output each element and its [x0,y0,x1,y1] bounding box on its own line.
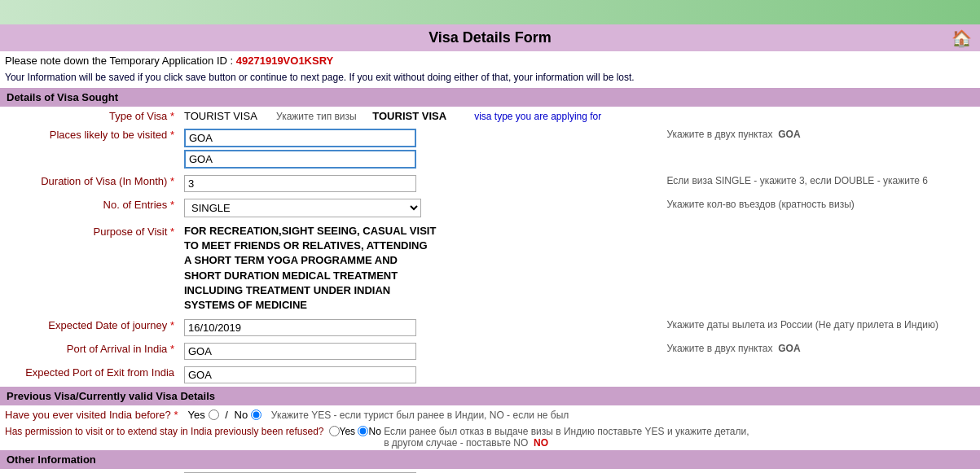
previous-visa-table: Have you ever visited India before? * Ye… [0,405,980,424]
info-bar: Your Information will be saved if you cl… [0,70,980,88]
expected-date-input[interactable] [184,319,416,336]
entries-row: No. of Entries * SINGLE DOUBLE MULTIPLE … [0,195,980,221]
visited-before-input-cell: Yes / No Укажите YES - если турист был р… [182,405,980,424]
permission-hint-1: Если ранее был отказ в выдаче визы в Инд… [384,426,749,449]
visited-before-row: Have you ever visited India before? * Ye… [0,405,980,424]
info-text: Your Information will be saved if you cl… [5,72,635,83]
entries-label: No. of Entries * [0,195,179,221]
permission-yes-radio[interactable] [329,426,340,436]
duration-input-cell [179,172,661,195]
places-input-2[interactable] [184,150,416,169]
permission-refused-row: Has permission to visit or to extend sta… [0,424,980,450]
other-info-table: Countries Visited in Last 10 years ChINA… [0,469,980,473]
permission-refused-label: Has permission to visit or to extend sta… [5,426,324,437]
port-arrival-row: Port of Arrival in India * Укажите в дву… [0,339,980,363]
port-exit-input-cell [179,363,661,387]
places-label: Places likely to be visited * [0,125,179,172]
temp-id-value: 49271919VO1KSRY [236,55,334,67]
expected-date-hint: Укажите даты вылета из России (Не дату п… [661,316,980,339]
purpose-value: FOR RECREATION,SIGHT SEEING, CASUAL VISI… [179,221,980,316]
places-inputs [179,125,661,172]
visa-sought-section-header: Details of Visa Sought [0,88,980,107]
type-of-visa-label: Type of Visa * [0,107,179,125]
expected-date-row: Expected Date of journey * Укажите даты … [0,316,980,339]
previous-visa-section-header: Previous Visa/Currently valid Visa Detai… [0,387,980,405]
page-title-bar: Visa Details Form 🏠 [0,24,980,51]
other-info-section-header: Other Information [0,450,980,469]
permission-yes-label: Yes [340,426,356,437]
countries-visited-input-cell: ChINA THAILAND MEXICO [179,469,530,473]
temp-id-label: Please note down the Temporary Applicati… [5,55,236,67]
visited-no-radio[interactable] [251,409,261,420]
visa-type-russian-value: TOURIST VISA [372,110,446,122]
countries-visited-hint: Укажите все страны, которые посетил тури… [530,469,980,473]
visa-sought-table: Type of Visa * TOURIST VISA Укажите тип … [0,107,980,387]
places-to-visit-row: Places likely to be visited * Укажите в … [0,125,980,172]
home-icon[interactable]: 🏠 [951,28,972,48]
duration-input[interactable] [184,175,416,192]
visited-hint: Укажите YES - если турист был ранее в Ин… [271,409,569,421]
duration-row: Duration of Visa (In Month) * Если виза … [0,172,980,195]
expected-date-input-cell [179,316,661,339]
visited-yes-label: Yes [187,409,204,421]
purpose-text: FOR RECREATION,SIGHT SEEING, CASUAL VISI… [184,224,437,313]
expected-date-label: Expected Date of journey * [0,316,179,339]
duration-label: Duration of Visa (In Month) * [0,172,179,195]
temp-id-bar: Please note down the Temporary Applicati… [0,51,980,70]
page-title: Visa Details Form [428,29,552,46]
type-of-visa-value-cell: TOURIST VISA Укажите тип визы TOURIST VI… [179,107,661,125]
permission-no-radio[interactable] [358,426,368,436]
type-of-visa-row: Type of Visa * TOURIST VISA Укажите тип … [0,107,980,125]
port-arrival-input[interactable] [184,343,416,360]
purpose-label: Purpose of Visit * [0,221,179,316]
places-input-1[interactable] [184,129,416,147]
visa-type-display: TOURIST VISA [184,110,257,122]
countries-visited-label: Countries Visited in Last 10 years [0,469,179,473]
port-hint: Укажите в двух пунктах GOA [661,339,980,387]
port-exit-label: Expected Port of Exit from India [0,363,179,387]
port-arrival-label: Port of Arrival in India * [0,339,179,363]
visited-no-label: No [235,409,248,421]
duration-hint: Если виза SINGLE - укажите 3, если DOUBL… [661,172,980,195]
permission-no-label: No [368,426,380,437]
places-hint: Укажите в двух пунктах GOA [661,125,980,172]
visited-yes-radio[interactable] [209,409,219,420]
entries-hint: Укажите кол-во въездов (кратность визы) [661,195,980,221]
entries-select-cell: SINGLE DOUBLE MULTIPLE [179,195,661,221]
countries-visited-row: Countries Visited in Last 10 years ChINA… [0,469,980,473]
visa-type-hint: visa type you are applying for [474,111,601,122]
entries-select[interactable]: SINGLE DOUBLE MULTIPLE [184,199,421,217]
header-banner [0,0,980,24]
visited-before-label: Have you ever visited India before? * [0,405,182,424]
port-arrival-input-cell [179,339,661,363]
visa-type-russian-prefix: Укажите тип визы [276,111,357,122]
purpose-row: Purpose of Visit * FOR RECREATION,SIGHT … [0,221,980,316]
port-exit-input[interactable] [184,366,416,383]
